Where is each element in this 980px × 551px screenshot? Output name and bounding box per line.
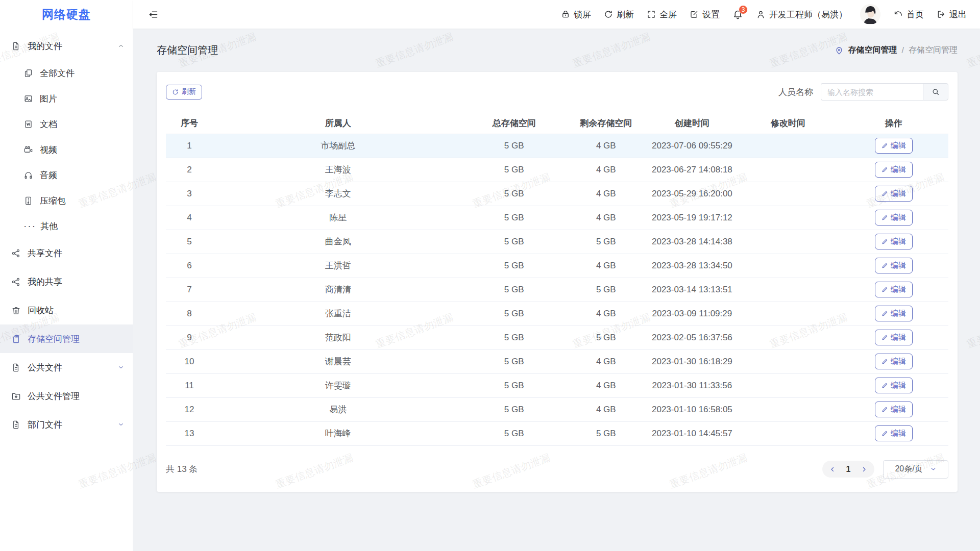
edit-button-label: 编辑 <box>891 213 906 222</box>
edit-button-label: 编辑 <box>891 357 906 366</box>
avatar[interactable] <box>860 4 880 24</box>
table-refresh-label: 刷新 <box>182 87 196 96</box>
edit-button[interactable]: 编辑 <box>875 138 913 154</box>
edit-button[interactable]: 编辑 <box>875 425 913 441</box>
cell-created-time: 2023-05-19 19:17:12 <box>647 206 737 230</box>
refresh-label: 刷新 <box>617 9 634 20</box>
edit-button[interactable]: 编辑 <box>875 258 913 273</box>
pencil-icon <box>881 358 888 365</box>
cell-free-space: 4 GB <box>565 182 647 206</box>
pencil-icon <box>881 238 888 245</box>
lock-icon <box>561 10 570 19</box>
cell-free-space: 4 GB <box>565 134 647 158</box>
pager: 1 <box>822 461 874 478</box>
sidebar-item-videos[interactable]: 视频 <box>0 137 133 162</box>
sidebar-item-label: 共享文件 <box>28 247 62 259</box>
refresh-page-button[interactable]: 刷新 <box>604 9 634 20</box>
sidebar-item-images[interactable]: 图片 <box>0 86 133 111</box>
cell-modified-time <box>737 158 839 182</box>
table-row: 7 商清清 5 GB 5 GB 2023-03-14 13:13:51 编辑 <box>166 278 948 302</box>
cell-modified-time <box>737 182 839 206</box>
sidebar-item-public-files-management[interactable]: 公共文件管理 <box>0 382 133 410</box>
breadcrumb-item-current: 存储空间管理 <box>909 45 958 56</box>
table-row: 10 谢晨芸 5 GB 4 GB 2023-01-30 16:18:29 编辑 <box>166 349 948 373</box>
cell-owner: 张重洁 <box>213 302 463 325</box>
breadcrumb: 存储空间管理 / 存储空间管理 <box>835 45 958 56</box>
share-icon <box>11 248 21 258</box>
cell-actions: 编辑 <box>839 182 948 206</box>
table-refresh-button[interactable]: 刷新 <box>166 85 202 99</box>
current-page-number[interactable]: 1 <box>842 465 855 474</box>
cell-modified-time <box>737 302 839 325</box>
cell-created-time: 2023-01-10 16:58:05 <box>647 397 737 421</box>
sidebar-item-label: 全部文件 <box>40 67 75 79</box>
sidebar-item-public-files[interactable]: 公共文件 <box>0 353 133 382</box>
edit-button[interactable]: 编辑 <box>875 162 913 178</box>
breadcrumb-item-first[interactable]: 存储空间管理 <box>848 45 897 56</box>
table-row: 1 市场副总 5 GB 4 GB 2023-07-06 09:55:29 编辑 <box>166 134 948 158</box>
search-input[interactable] <box>821 83 923 101</box>
cell-created-time: 2023-06-27 14:08:18 <box>647 158 737 182</box>
cell-actions: 编辑 <box>839 206 948 230</box>
location-pin-icon <box>835 46 844 55</box>
sidebar-item-archives[interactable]: 压缩包 <box>0 188 133 213</box>
edit-button-label: 编辑 <box>891 189 906 198</box>
page-header: 存储空间管理 存储空间管理 / 存储空间管理 <box>133 29 980 72</box>
video-camera-icon <box>23 145 33 155</box>
table-row: 3 李志文 5 GB 4 GB 2023-05-29 16:20:00 编辑 <box>166 182 948 206</box>
sidebar-item-documents[interactable]: 文档 <box>0 111 133 137</box>
sidebar-item-label: 我的文件 <box>28 40 62 52</box>
sidebar-item-my-shares[interactable]: 我的共享 <box>0 267 133 296</box>
search-button[interactable] <box>923 83 948 101</box>
cell-created-time: 2023-01-30 11:33:56 <box>647 373 737 397</box>
next-page-button[interactable] <box>857 462 871 477</box>
edit-button[interactable]: 编辑 <box>875 282 913 297</box>
edit-button[interactable]: 编辑 <box>875 402 913 417</box>
edit-button[interactable]: 编辑 <box>875 234 913 249</box>
sidebar-item-others[interactable]: ··· 其他 <box>0 213 133 239</box>
user-menu[interactable]: 开发工程师（易洪） <box>756 9 847 20</box>
sd-card-icon <box>11 334 21 344</box>
cell-created-time: 2023-03-28 14:14:38 <box>647 230 737 254</box>
home-label: 首页 <box>906 9 924 20</box>
share-icon <box>11 277 21 287</box>
settings-button[interactable]: 设置 <box>690 9 720 20</box>
notification-badge: 3 <box>739 5 748 14</box>
cell-free-space: 5 GB <box>565 278 647 302</box>
edit-button[interactable]: 编辑 <box>875 306 913 321</box>
cell-created-time: 2023-05-29 16:20:00 <box>647 182 737 206</box>
cell-index: 13 <box>166 421 213 445</box>
fullscreen-button[interactable]: 全屏 <box>647 9 677 20</box>
pencil-icon <box>881 262 888 269</box>
sidebar-item-my-files[interactable]: 我的文件 <box>0 32 133 60</box>
cell-modified-time <box>737 206 839 230</box>
cell-free-space: 5 GB <box>565 230 647 254</box>
cell-total-space: 5 GB <box>463 134 565 158</box>
word-doc-icon <box>23 119 33 129</box>
sidebar-item-recycle-bin[interactable]: 回收站 <box>0 296 133 324</box>
edit-button[interactable]: 编辑 <box>875 210 913 226</box>
page-size-select[interactable]: 20条/页 <box>883 460 948 479</box>
sidebar-item-shared-files[interactable]: 共享文件 <box>0 239 133 267</box>
collapse-sidebar-button[interactable] <box>148 9 159 20</box>
cell-created-time: 2023-03-28 13:34:50 <box>647 254 737 278</box>
cell-owner: 叶海峰 <box>213 421 463 445</box>
sidebar-item-label: 其他 <box>40 220 58 232</box>
edit-button[interactable]: 编辑 <box>875 354 913 369</box>
lock-screen-button[interactable]: 锁屏 <box>561 9 591 20</box>
logout-button[interactable]: 退出 <box>937 9 967 20</box>
edit-button[interactable]: 编辑 <box>875 330 913 345</box>
cell-modified-time <box>737 134 839 158</box>
home-button[interactable]: 首页 <box>893 9 924 20</box>
edit-button[interactable]: 编辑 <box>875 378 913 393</box>
sidebar-item-audio[interactable]: 音频 <box>0 162 133 188</box>
fullscreen-icon <box>647 10 656 19</box>
notifications-button[interactable]: 3 <box>732 9 743 20</box>
prev-page-button[interactable] <box>825 462 840 477</box>
edit-button[interactable]: 编辑 <box>875 186 913 202</box>
sidebar-item-all-files[interactable]: 全部文件 <box>0 60 133 86</box>
edit-button-label: 编辑 <box>891 333 906 342</box>
sidebar-item-storage-management[interactable]: 存储空间管理 <box>0 324 133 353</box>
sidebar-item-department-files[interactable]: 部门文件 <box>0 410 133 439</box>
cell-free-space: 5 GB <box>565 325 647 349</box>
